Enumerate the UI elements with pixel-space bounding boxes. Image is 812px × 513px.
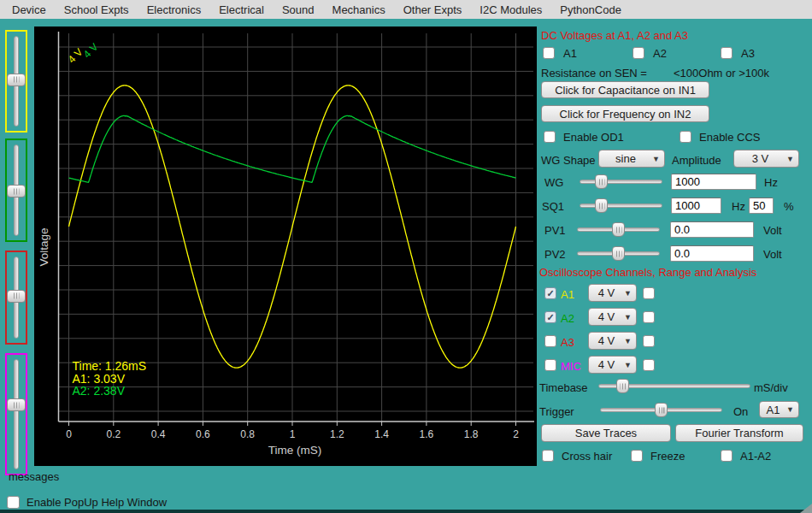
- chevron-down-icon: ▼: [624, 361, 636, 369]
- channel-mic-checkbox[interactable]: [544, 359, 556, 371]
- x-tick-label: 0.6: [196, 428, 210, 440]
- a1-minus-a2-checkbox[interactable]: [721, 450, 733, 462]
- y-axis-label: Voltage: [38, 227, 50, 266]
- x-tick-label: 0.2: [106, 428, 121, 440]
- sq1-frequency-input[interactable]: [671, 198, 721, 214]
- resistance-value: <100Ohm or >100k: [674, 67, 769, 80]
- channel-a1-range-dropdown[interactable]: 4 V▼: [588, 284, 637, 302]
- dc-a1-checkbox[interactable]: [543, 47, 555, 59]
- resize-grip-icon[interactable]: [800, 504, 812, 513]
- channel-a1-extra-checkbox[interactable]: [643, 287, 655, 299]
- channel-a2-range-dropdown[interactable]: 4 V▼: [588, 308, 637, 326]
- channel-a1-checkbox[interactable]: [544, 287, 556, 299]
- menu-item-electrical[interactable]: Electrical: [219, 3, 264, 16]
- pv1-label: PV1: [544, 224, 566, 237]
- channel-a3-extra-checkbox[interactable]: [643, 335, 655, 347]
- channel-a3-range-value: 4 V: [589, 334, 624, 347]
- chevron-down-icon: ▼: [624, 313, 636, 321]
- scope-plot[interactable]: 00.20.40.60.811.21.41.61.82Time (mS)Volt…: [34, 27, 537, 466]
- x-axis-label: Time (mS): [268, 444, 322, 457]
- left-slider-a3[interactable]: [5, 251, 27, 345]
- menu-item-mechanics[interactable]: Mechanics: [332, 3, 385, 16]
- pv1-voltage-input[interactable]: [670, 221, 754, 238]
- pv2-slider[interactable]: [577, 246, 660, 261]
- x-tick-label: 0.4: [151, 428, 166, 440]
- sq1-duty-input[interactable]: [749, 198, 774, 214]
- channel-a3-checkbox[interactable]: [544, 335, 556, 347]
- menubar: Device School Expts Electronics Electric…: [0, 0, 812, 19]
- menu-item-i2c-modules[interactable]: I2C Modules: [480, 3, 542, 16]
- left-slider-mic-track[interactable]: [14, 359, 19, 469]
- dc-voltages-heading: DC Voltages at A1, A2 and A3: [541, 29, 688, 42]
- channel-a2-checkbox[interactable]: [544, 311, 556, 323]
- enable-ccs-checkbox[interactable]: [680, 131, 691, 143]
- wg-frequency-input[interactable]: [671, 174, 756, 190]
- trigger-on-label: On: [733, 405, 748, 418]
- left-slider-a2[interactable]: [5, 139, 27, 242]
- trigger-slider[interactable]: [600, 403, 722, 417]
- x-tick-label: 0: [66, 428, 72, 440]
- menu-item-sound[interactable]: Sound: [282, 3, 315, 16]
- wg-slider[interactable]: [580, 174, 662, 189]
- app-window: Device School Expts Electronics Electric…: [0, 0, 812, 513]
- menu-item-pythoncode[interactable]: PythonCode: [560, 3, 621, 16]
- channel-range-label: 4 V: [81, 41, 101, 61]
- left-slider-mic-handle[interactable]: [7, 398, 26, 411]
- scope-canvas[interactable]: 00.20.40.60.811.21.41.61.82Time (mS)Volt…: [34, 27, 537, 466]
- frequency-button[interactable]: Click for Frequency on IN2: [541, 105, 709, 122]
- pv1-unit-label: Volt: [763, 224, 782, 237]
- x-tick-label: 1: [290, 428, 296, 440]
- sq1-slider-track[interactable]: [580, 203, 662, 208]
- enable-od1-label: Enable OD1: [563, 131, 624, 144]
- x-tick-label: 1.6: [420, 428, 434, 440]
- channel-mic-extra-checkbox[interactable]: [643, 359, 655, 371]
- timebase-slider[interactable]: [598, 379, 750, 393]
- trigger-source-dropdown[interactable]: A1▼: [759, 401, 799, 418]
- pv2-slider-handle[interactable]: [612, 246, 625, 261]
- dc-a3-checkbox[interactable]: [721, 47, 733, 59]
- chevron-down-icon: ▼: [786, 155, 798, 163]
- cursor-readout-line: A2: 2.38V: [73, 384, 126, 398]
- dc-a2-checkbox[interactable]: [633, 47, 644, 59]
- sq1-duty-unit-label: %: [784, 200, 794, 213]
- popup-help-checkbox[interactable]: [7, 496, 20, 509]
- left-slider-a1[interactable]: [5, 30, 27, 133]
- fourier-transform-button[interactable]: Fourier Transform: [675, 424, 803, 442]
- menu-item-device[interactable]: Device: [12, 3, 46, 16]
- left-slider-a1-handle[interactable]: [7, 74, 26, 86]
- left-slider-a3-handle[interactable]: [7, 290, 26, 303]
- wg-slider-track[interactable]: [580, 180, 662, 184]
- menu-item-school-expts[interactable]: School Expts: [64, 3, 129, 16]
- sq1-slider-handle[interactable]: [595, 198, 608, 213]
- sq1-label: SQ1: [542, 200, 564, 213]
- menu-item-electronics[interactable]: Electronics: [147, 3, 202, 16]
- left-slider-mic[interactable]: [5, 353, 27, 475]
- left-slider-a2-handle[interactable]: [7, 185, 26, 198]
- menu-item-other-expts[interactable]: Other Expts: [403, 3, 462, 16]
- pv1-slider[interactable]: [577, 222, 660, 237]
- channel-a3-range-dropdown[interactable]: 4 V▼: [588, 332, 637, 350]
- cross-hair-checkbox[interactable]: [542, 450, 554, 462]
- trigger-label: Trigger: [539, 405, 574, 418]
- freeze-checkbox[interactable]: [631, 450, 643, 462]
- wg-shape-dropdown[interactable]: sine▼: [598, 150, 665, 168]
- channel-mic-range-dropdown[interactable]: 4 V▼: [588, 356, 637, 374]
- pv2-label: PV2: [544, 248, 566, 261]
- pv2-voltage-input[interactable]: [670, 245, 754, 262]
- wg-slider-handle[interactable]: [595, 174, 608, 189]
- timebase-slider-handle[interactable]: [616, 379, 629, 393]
- channel-mic-range-value: 4 V: [589, 358, 624, 371]
- enable-od1-checkbox[interactable]: [544, 131, 556, 143]
- dc-a1-label: A1: [563, 47, 577, 60]
- capacitance-button[interactable]: Click for Capacitance on IN1: [541, 81, 709, 98]
- save-traces-button[interactable]: Save Traces: [541, 424, 671, 442]
- chevron-down-icon: ▼: [624, 289, 636, 298]
- channel-a2-extra-checkbox[interactable]: [643, 311, 655, 323]
- sq1-unit-label: Hz: [732, 200, 745, 213]
- sq1-slider[interactable]: [580, 198, 662, 213]
- amplitude-dropdown[interactable]: 3 V▼: [733, 150, 799, 168]
- trigger-source-value: A1: [760, 404, 786, 416]
- trigger-slider-handle[interactable]: [655, 403, 668, 417]
- x-tick-label: 0.8: [240, 428, 255, 440]
- pv1-slider-handle[interactable]: [612, 222, 625, 237]
